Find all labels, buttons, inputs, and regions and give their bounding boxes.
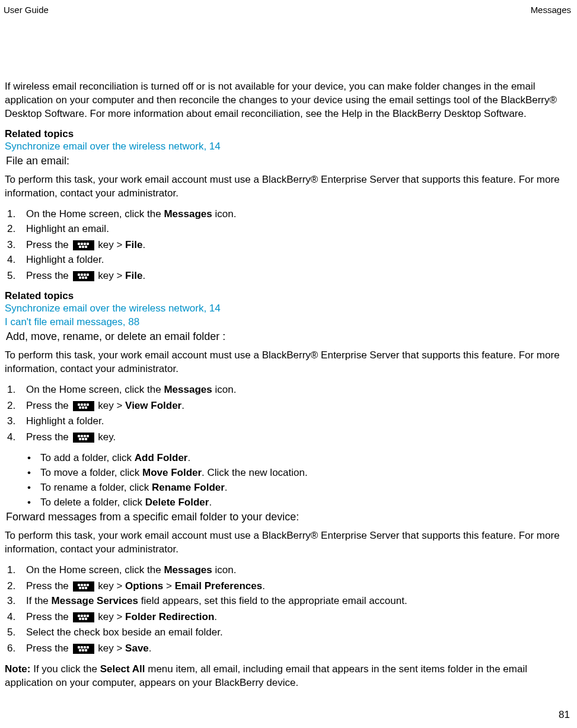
list-item: Press the key > Options > Email Preferen…: [5, 578, 572, 594]
list-item: On the Home screen, click the Messages i…: [5, 564, 572, 577]
list-item: To rename a folder, click Rename Folder.: [5, 481, 572, 495]
header-right: Messages: [531, 5, 571, 15]
section2-bullets: To add a folder, click Add Folder. To mo…: [5, 452, 572, 510]
link-sync-email[interactable]: Synchronize email over the wireless netw…: [5, 140, 572, 154]
blackberry-key-icon: [73, 271, 94, 281]
list-item: Press the key > View Folder.: [5, 398, 572, 414]
list-item: To move a folder, click Move Folder. Cli…: [5, 466, 572, 480]
intro-paragraph: If wireless email reconciliation is turn…: [5, 80, 572, 121]
list-item: If the Message Services field appears, s…: [5, 595, 572, 608]
list-item: Highlight a folder.: [5, 415, 572, 428]
header-left: User Guide: [4, 5, 49, 15]
page-header: User Guide Messages: [0, 0, 577, 15]
section3-intro: To perform this task, your work email ac…: [5, 529, 572, 557]
blackberry-key-icon: [73, 581, 94, 592]
section1-intro: To perform this task, your work email ac…: [5, 173, 572, 201]
list-item: Highlight an email.: [5, 222, 572, 236]
section-title-file-email: File an email:: [5, 155, 572, 167]
section-title-forward: Forward messages from a specific email f…: [5, 511, 572, 523]
section1-steps: On the Home screen, click the Messages i…: [5, 208, 572, 284]
list-item: On the Home screen, click the Messages i…: [5, 383, 572, 397]
list-item: Press the key > File.: [5, 268, 572, 284]
list-item: To add a folder, click Add Folder.: [5, 452, 572, 465]
list-item: Press the key > Save.: [5, 641, 572, 656]
section3-steps: On the Home screen, click the Messages i…: [5, 564, 572, 656]
link-cant-file[interactable]: I can't file email messages, 88: [5, 316, 572, 329]
blackberry-key-icon: [73, 401, 94, 411]
list-item: Highlight a folder.: [5, 253, 572, 267]
section-title-add-move: Add, move, rename, or delete an email fo…: [5, 330, 572, 343]
blackberry-key-icon: [73, 644, 94, 654]
list-item: Press the key > Folder Redirection.: [5, 609, 572, 625]
list-item: Press the key > File.: [5, 237, 572, 253]
link-sync-email[interactable]: Synchronize email over the wireless netw…: [5, 302, 572, 316]
list-item: To delete a folder, click Delete Folder.: [5, 496, 572, 510]
related-topics-label: Related topics: [5, 290, 572, 302]
page-number: 81: [559, 709, 570, 721]
blackberry-key-icon: [73, 433, 94, 443]
list-item: Press the key.: [5, 430, 572, 445]
page-content: If wireless email reconciliation is turn…: [0, 15, 577, 690]
list-item: On the Home screen, click the Messages i…: [5, 208, 572, 221]
list-item: Select the check box beside an email fol…: [5, 626, 572, 640]
section2-steps: On the Home screen, click the Messages i…: [5, 383, 572, 444]
related-topics-label: Related topics: [5, 128, 572, 140]
blackberry-key-icon: [73, 240, 94, 250]
note-paragraph: Note: If you click the Select All menu i…: [5, 663, 572, 690]
section2-intro: To perform this task, your work email ac…: [5, 349, 572, 376]
blackberry-key-icon: [73, 612, 94, 622]
